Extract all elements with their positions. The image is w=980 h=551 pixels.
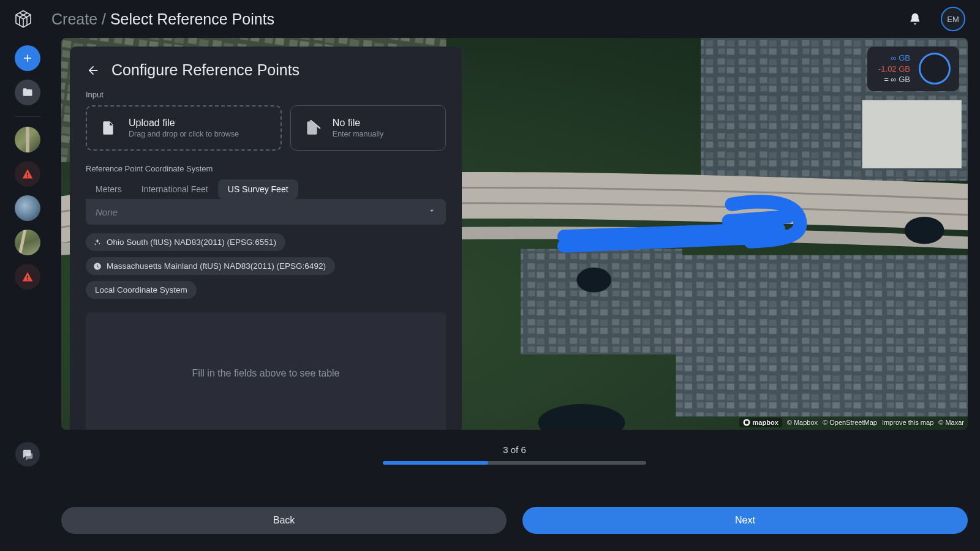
- no-file-icon: [303, 120, 322, 136]
- svg-point-22: [745, 421, 748, 424]
- storage-indicator[interactable]: ∞ GB -1.02 GB = ∞ GB: [867, 47, 959, 91]
- breadcrumb: Create / Select Reference Points: [51, 10, 274, 28]
- unit-intl-feet[interactable]: International Feet: [132, 179, 218, 199]
- chip-local-crs[interactable]: Local Coordinate System: [86, 281, 197, 299]
- topbar: Create / Select Reference Points EM: [0, 0, 980, 38]
- chip-local-label: Local Coordinate System: [95, 285, 187, 294]
- chevron-down-icon: [428, 206, 436, 217]
- attr-mapbox[interactable]: © Mapbox: [787, 419, 818, 426]
- avatar-initials: EM: [947, 15, 959, 24]
- projects-button[interactable]: [15, 80, 40, 105]
- nofile-title: No file: [333, 118, 383, 129]
- panel-back-button[interactable]: [86, 63, 100, 78]
- chip-mass-label: Massachusetts Mainland (ftUS) NAD83(2011…: [107, 261, 326, 271]
- storage-total: ∞ GB: [878, 53, 910, 64]
- create-button[interactable]: [15, 45, 40, 71]
- attr-maxar[interactable]: © Maxar: [938, 419, 964, 426]
- sidebar-divider: [14, 116, 41, 117]
- upload-subtitle: Drag and drop or click to browse: [129, 130, 239, 138]
- chip-ohio-label: Ohio South (ftUS) NAD83(2011) (EPSG:6551…: [107, 238, 276, 247]
- breadcrumb-sep: /: [97, 10, 110, 28]
- breadcrumb-current: Select Reference Points: [110, 10, 274, 28]
- svg-point-18: [576, 268, 611, 293]
- crs-select[interactable]: None: [86, 199, 446, 225]
- panel-title: Configure Reference Points: [111, 61, 300, 79]
- svg-rect-16: [521, 249, 682, 354]
- next-button[interactable]: Next: [522, 507, 968, 534]
- unit-meters[interactable]: Meters: [86, 179, 132, 199]
- notifications-button[interactable]: [907, 10, 924, 28]
- map-view[interactable]: mapbox © Mapbox © OpenStreetMap Improve …: [61, 38, 968, 430]
- attr-improve[interactable]: Improve this map: [882, 419, 933, 426]
- map-attribution: mapbox © Mapbox © OpenStreetMap Improve …: [739, 418, 964, 427]
- recent-project-4[interactable]: [15, 230, 40, 255]
- chat-button[interactable]: [15, 442, 40, 467]
- clock-icon: [93, 262, 102, 271]
- breadcrumb-root[interactable]: Create: [51, 10, 97, 28]
- recent-project-1[interactable]: [15, 127, 40, 152]
- mapbox-logo: mapbox: [739, 418, 782, 427]
- progress-label: 3 of 6: [503, 444, 526, 455]
- storage-used: -1.02 GB: [878, 64, 910, 75]
- recent-project-2-warning[interactable]: [15, 161, 40, 187]
- svg-point-20: [905, 217, 944, 244]
- wizard-footer: Back Next: [0, 479, 980, 551]
- storage-remaining: = ∞ GB: [878, 74, 910, 85]
- chip-massachusetts[interactable]: Massachusetts Mainland (ftUS) NAD83(2011…: [86, 257, 335, 275]
- unit-segmented-control: Meters International Feet US Survey Feet: [86, 179, 446, 199]
- sidebar: [0, 38, 55, 479]
- attr-osm[interactable]: © OpenStreetMap: [823, 419, 877, 426]
- reference-table-placeholder: Fill in the fields above to see table: [86, 312, 446, 430]
- app-logo[interactable]: [11, 7, 36, 31]
- table-placeholder-text: Fill in the fields above to see table: [192, 368, 339, 379]
- chip-ohio-south[interactable]: Ohio South (ftUS) NAD83(2011) (EPSG:6551…: [86, 233, 285, 251]
- progress-indicator: 3 of 6: [61, 444, 968, 465]
- progress-fill: [383, 461, 488, 465]
- no-file-card[interactable]: No file Enter manually: [290, 105, 446, 151]
- progress-bar: [383, 461, 646, 465]
- upload-file-card[interactable]: Upload file Drag and drop or click to br…: [86, 105, 282, 151]
- recent-project-3[interactable]: [15, 195, 40, 221]
- config-panel: Configure Reference Points Input Upload …: [70, 47, 462, 430]
- file-icon: [99, 120, 118, 136]
- crs-select-placeholder: None: [96, 207, 118, 217]
- upload-title: Upload file: [129, 118, 239, 129]
- nofile-subtitle: Enter manually: [333, 130, 383, 138]
- recent-project-5-warning[interactable]: [15, 264, 40, 290]
- svg-rect-17: [862, 100, 962, 168]
- crs-section-label: Reference Point Coordinate System: [86, 164, 446, 173]
- user-avatar[interactable]: EM: [941, 7, 965, 31]
- sparkle-icon: [93, 238, 102, 247]
- unit-us-survey-feet[interactable]: US Survey Feet: [218, 179, 298, 199]
- storage-ring-icon: [919, 53, 951, 84]
- back-button[interactable]: Back: [61, 507, 507, 534]
- input-section-label: Input: [86, 90, 446, 99]
- svg-rect-15: [676, 255, 968, 417]
